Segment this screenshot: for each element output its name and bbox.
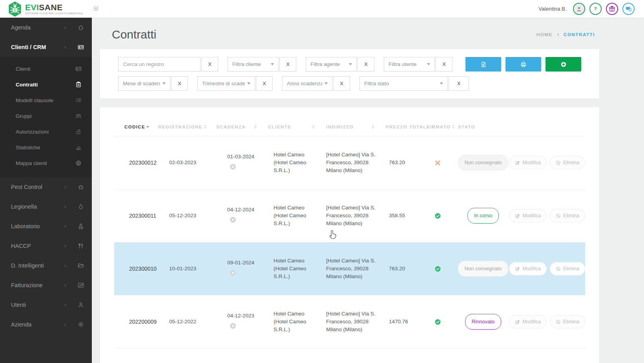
sidebar-item-mappa-clienti[interactable]: Mappa clienti	[0, 155, 92, 171]
renew-icon	[230, 323, 236, 329]
filter-select-filtra-cliente[interactable]: Filtra cliente	[228, 57, 279, 72]
help-button[interactable]: ?	[589, 3, 602, 15]
filter-select-anno-scadenza[interactable]: Anno scadenza	[282, 76, 332, 91]
utensils-icon	[77, 243, 85, 249]
print-button[interactable]	[505, 57, 541, 72]
delete-button[interactable]: Elimina	[550, 209, 585, 222]
sort-icon	[311, 124, 316, 129]
clear-filter-button[interactable]: X	[436, 57, 452, 72]
clear-filter-button[interactable]: X	[333, 76, 350, 91]
filter-select-mese-di-scadenza[interactable]: Mese di scadenza	[118, 76, 170, 91]
delete-button[interactable]: Elimina	[550, 156, 585, 169]
brand-name-secondary: SANE	[39, 3, 62, 12]
table-row[interactable]: 20230001010-01-202309-01-2024Hotel Cameo…	[114, 242, 585, 295]
filter-group-filtra-utente: Filtra utenteX	[384, 57, 452, 72]
cell-actions: ModificaElimina	[518, 209, 585, 222]
edit-button[interactable]: Modifica	[509, 209, 547, 222]
clear-search-button[interactable]: X	[201, 57, 218, 72]
brand-text: EVISANE SOFTWARE CLOUD PER LA SANITÀ AMB…	[25, 3, 83, 15]
folder-icon	[77, 262, 85, 269]
avatar-button[interactable]	[573, 3, 585, 15]
sidebar-item-contratti[interactable]: Contratti	[0, 77, 92, 92]
add-contract-button[interactable]	[545, 57, 581, 72]
sidebar-item-autorizzazioni[interactable]: Autorizzazioni	[0, 124, 92, 139]
edit-button[interactable]: Modifica	[509, 315, 547, 328]
search-filter-group: X	[118, 57, 218, 72]
brand[interactable]: EVISANE SOFTWARE CLOUD PER LA SANITÀ AMB…	[0, 1, 83, 17]
export-excel-button[interactable]	[465, 57, 501, 72]
sidebar-item-modelli-clausole[interactable]: Modelli clausole	[0, 92, 92, 108]
cell-codice: 202300011	[114, 212, 158, 220]
filter-group-mese-di-scadenza: Mese di scadenzaX	[118, 76, 188, 91]
column-header-firmato[interactable]: FIRMATO	[427, 124, 458, 129]
user-icon	[77, 302, 85, 308]
chat-button[interactable]	[622, 3, 635, 15]
sidebar-item-clienti[interactable]: Clienti	[0, 61, 92, 77]
sidebar-item-pest-control[interactable]: Pest Control	[0, 177, 92, 197]
filter-select-filtra-agente[interactable]: Filtra agente	[306, 57, 357, 72]
sidebar-item-fatturazione[interactable]: Fatturazione	[0, 275, 92, 295]
filter-actions	[465, 57, 581, 72]
sidebar-item-label: Autorizzazioni	[16, 129, 75, 135]
gift-button[interactable]	[606, 3, 618, 15]
sidebar-item-laboratorio[interactable]: Laboratorio	[0, 216, 92, 236]
chevron-left-icon	[63, 283, 68, 288]
filter-select-label: Filtra cliente	[232, 61, 268, 67]
sidebar-item-label: Fatturazione	[11, 282, 63, 288]
cell-registrazione: 02-03-2023	[158, 159, 216, 167]
sidebar-item-label: Mappa clienti	[16, 160, 75, 166]
delete-button-label: Elimina	[563, 213, 579, 218]
sidebar-item-label: HACCP	[11, 243, 63, 249]
column-header-registrazione[interactable]: REGISTRAZIONE	[158, 124, 216, 129]
filter-select-filtra-utente[interactable]: Filtra utente	[384, 57, 435, 72]
sidebar-item-haccp[interactable]: HACCP	[0, 236, 92, 256]
column-header-cliente[interactable]: CLIENTE	[268, 124, 326, 129]
chat-icon	[625, 6, 632, 12]
table-row[interactable]: 20220000905-12-202204-12-2023Hotel Cameo…	[114, 295, 585, 348]
clear-filter-button[interactable]: X	[279, 57, 296, 72]
clear-filter-button[interactable]: X	[358, 57, 374, 72]
table-row[interactable]: 20230001105-12-202304-12-2024Hotel Cameo…	[114, 189, 585, 242]
sidebar-item-utenti[interactable]: Utenti	[0, 295, 92, 315]
sidebar-item-d-intelligenti[interactable]: D. Intelligenti	[0, 256, 92, 275]
column-header-label: SCADENZA	[216, 125, 246, 129]
droplet-icon	[77, 204, 85, 210]
check-circle-icon	[434, 266, 441, 272]
sidebar-item-legionella[interactable]: Legionella	[0, 197, 92, 216]
edit-icon	[515, 213, 520, 218]
cell-cliente: Hotel Cameo (Hotel Cameo S.R.L.)	[268, 204, 326, 228]
column-header-codice[interactable]: CODICE	[114, 124, 158, 129]
sidebar-item-label: Azienda	[11, 321, 63, 328]
cell-stato: Non consegnato	[458, 155, 518, 170]
column-header-scadenza[interactable]: SCADENZA	[216, 124, 268, 129]
clear-filter-button[interactable]: X	[256, 76, 273, 91]
filter-select-filtra-stato[interactable]: Filtra stato	[359, 76, 448, 91]
edit-button[interactable]: Modifica	[509, 262, 547, 275]
sidebar-item-agenda[interactable]: Agenda	[0, 18, 92, 37]
search-input[interactable]	[118, 57, 201, 72]
table-row[interactable]: 20230001202-03-202301-03-2024Hotel Cameo…	[114, 136, 585, 189]
breadcrumb-home[interactable]: HOME	[536, 32, 553, 37]
delete-button[interactable]: Elimina	[550, 262, 585, 275]
filter-select-trimestre-di-scadenza[interactable]: Trimestre di scadenza	[197, 76, 255, 91]
delete-button[interactable]: Elimina	[550, 315, 585, 328]
sidebar-item-statistiche[interactable]: Statistiche	[0, 139, 92, 155]
filter-group-filtra-agente: Filtra agenteX	[306, 57, 374, 72]
caret-down-icon	[325, 82, 328, 84]
filter-select-label: Filtra utente	[389, 61, 425, 67]
sidebar-item-gruppi[interactable]: Gruppi	[0, 108, 92, 124]
sidebar-item-azienda[interactable]: Azienda	[0, 315, 92, 334]
column-header-indirizzo[interactable]: INDIRIZZO	[326, 124, 386, 129]
sidebar-item-clienti-crm[interactable]: Clienti / CRM	[0, 37, 92, 57]
cell-registrazione: 05-12-2023	[158, 212, 216, 220]
edit-button[interactable]: Modifica	[509, 156, 547, 169]
sidebar-item-label: Utenti	[11, 302, 63, 308]
sort-icon	[370, 124, 376, 129]
brand-logo-icon	[8, 1, 22, 17]
sidebar-toggle-button[interactable]	[93, 6, 99, 13]
clear-filter-button[interactable]: X	[449, 76, 469, 91]
cell-scadenza: 04-12-2024	[216, 206, 268, 226]
clear-filter-button[interactable]: X	[171, 76, 188, 91]
page-head: Contratti HOME CONTRATTI	[92, 18, 644, 49]
column-header-prezzo-totale[interactable]: PREZZO TOTALE	[386, 124, 427, 129]
